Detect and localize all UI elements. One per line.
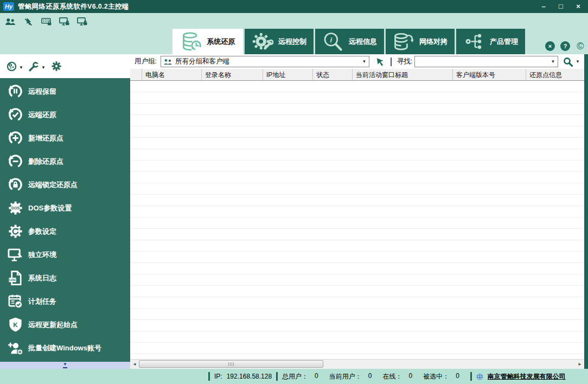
scroll-down-icon: ▼ <box>63 362 67 368</box>
sidebar-item-label: 远端还原 <box>28 110 56 120</box>
column-header-2[interactable]: 登录名称 <box>202 69 263 80</box>
sidebar-item-system-log[interactable]: LOG系统日志 <box>0 266 130 290</box>
minimize-button[interactable]: – <box>538 1 549 12</box>
gear-icon <box>51 61 62 72</box>
sidebar-item-batch-create-windows-accounts[interactable]: 批量创建Windows账号 <box>0 336 130 360</box>
search-options-caret-icon[interactable]: ▼ <box>576 59 580 64</box>
status-stat-0: 总用户：0 <box>282 372 318 381</box>
titlebar: Hy 管鲍网络还原系统软件V6.0.2主控端 –□× <box>0 0 588 13</box>
table-row <box>130 161 584 172</box>
tab-label: 系统还原 <box>207 37 235 47</box>
table-row <box>130 297 584 309</box>
table-row <box>130 206 584 217</box>
window-title: 管鲍网络还原系统软件V6.0.2主控端 <box>18 2 129 11</box>
column-header-5[interactable]: 当前活动窗口标题 <box>353 69 453 80</box>
task-calendar-icon <box>7 293 23 310</box>
monitor-lock-icon[interactable] <box>58 16 71 27</box>
sidebar-item-delete-restore-point[interactable]: 删除还原点 <box>0 150 130 173</box>
sidebar-item-label: 远程保留 <box>28 87 56 97</box>
dropdown-caret-icon[interactable]: ▼ <box>41 63 46 70</box>
table-row <box>130 331 584 343</box>
table-row <box>130 92 584 104</box>
column-header-6[interactable]: 客户端版本号 <box>453 69 526 80</box>
monitor-lock-alt-icon[interactable] <box>76 16 88 27</box>
group-label: 用户组: <box>135 57 157 66</box>
tab-remote-info[interactable]: i远程信息 <box>315 29 384 54</box>
tab-gear-wrench-icon <box>252 31 273 52</box>
scrollbar-thumb[interactable] <box>139 360 323 368</box>
svg-text:i: i <box>330 36 333 44</box>
close-button[interactable]: × <box>573 1 584 12</box>
keyboard-lock-icon[interactable] <box>40 16 53 27</box>
table-row <box>130 229 584 240</box>
column-header-1[interactable]: 电脑名 <box>142 69 202 80</box>
dropdown-arrow-icon[interactable]: ▼ <box>548 56 558 67</box>
sidebar-item-remote-update-origin[interactable]: K远程更新起始点 <box>0 313 130 336</box>
tools-button[interactable]: ▼ <box>29 61 46 72</box>
dropdown-caret-icon[interactable]: ▼ <box>19 63 23 70</box>
sidebar: ▼▼ 远程保留远端还原新增还原点删除还原点远端锁定还原点DOSDOS参数设置参数… <box>0 54 130 369</box>
table-row <box>130 240 584 252</box>
group-select[interactable]: 所有分组和客户端 ▼ <box>161 56 369 67</box>
sidebar-item-label: 批量创建Windows账号 <box>28 343 101 353</box>
table-row <box>130 81 584 92</box>
tab-label: 远程控制 <box>278 37 306 47</box>
sidebar-scroll-down[interactable]: ▼ <box>0 362 130 369</box>
tab-network-copy[interactable]: 网络对拷 <box>386 29 455 54</box>
column-header-0[interactable] <box>130 69 142 80</box>
cursor-blocked-icon[interactable] <box>22 16 35 27</box>
status-bar: IP: 192.168.58.128 总用户：0当前用户：0在线：0被选中：0 … <box>0 369 588 384</box>
locate-client-button[interactable] <box>375 57 385 66</box>
column-header-7[interactable]: 还原点信息 <box>526 69 584 80</box>
sidebar-item-label: 删除还原点 <box>28 157 63 167</box>
window-controls: –□× <box>538 1 584 12</box>
tab-product-manage[interactable]: 产品管理 <box>456 29 525 54</box>
table-row <box>130 354 584 359</box>
top-toolbar-zone: 系统还原远程控制i远程信息网络对拷产品管理 ×?© <box>0 13 588 54</box>
status-stat-1: 当前用户：0 <box>329 372 372 381</box>
table-header: 电脑名登录名称IP地址状态当前活动窗口标题客户端版本号还原点信息 <box>130 69 584 81</box>
sidebar-item-standalone-env[interactable]: 独立环境 <box>0 243 130 266</box>
help-button[interactable]: ? <box>560 41 570 51</box>
column-header-4[interactable]: 状态 <box>313 69 353 80</box>
sidebar-item-dos-params[interactable]: DOSDOS参数设置 <box>0 196 130 220</box>
company-link[interactable]: 南京管鲍科技发展有限公司 <box>488 372 566 381</box>
status-divider <box>208 372 210 381</box>
column-header-3[interactable]: IP地址 <box>263 69 313 80</box>
sidebar-item-remote-lock-restore-point[interactable]: 远端锁定还原点 <box>0 173 130 196</box>
status-divider <box>276 372 278 381</box>
close-tip-button[interactable]: × <box>545 41 555 51</box>
app-logo: Hy <box>3 2 14 11</box>
search-button[interactable]: ▼ <box>563 57 580 67</box>
scroll-right-arrow[interactable]: ► <box>576 360 584 368</box>
users-icon[interactable] <box>4 16 17 27</box>
tab-remote-control[interactable]: 远程控制 <box>245 29 314 54</box>
sidebar-item-scheduled-tasks[interactable]: 计划任务 <box>0 290 130 313</box>
maximize-button[interactable]: □ <box>555 1 566 12</box>
tab-system-restore[interactable]: 系统还原 <box>172 29 243 54</box>
sidebar-item-label: 远端锁定还原点 <box>28 180 78 190</box>
client-wheel-icon <box>7 61 17 72</box>
status-stats: 总用户：0当前用户：0在线：0被选中：0 <box>282 372 470 381</box>
sidebar-item-param-settings[interactable]: 参数设定 <box>0 220 130 243</box>
tab-strip: 系统还原远程控制i远程信息网络对拷产品管理 <box>172 29 525 54</box>
about-button[interactable]: © <box>576 41 585 51</box>
ring-plus-icon <box>7 130 23 146</box>
svg-text:DOS: DOS <box>11 206 20 210</box>
table-row <box>130 343 584 354</box>
dropdown-arrow-icon[interactable]: ▼ <box>360 56 369 67</box>
client-display-button[interactable]: ▼ <box>7 61 23 72</box>
horizontal-scrollbar[interactable]: ◄ ► <box>130 359 584 369</box>
scroll-left-arrow[interactable]: ◄ <box>130 360 139 368</box>
search-label: 寻找: <box>397 57 412 66</box>
settings-button[interactable] <box>51 61 62 72</box>
table-row <box>130 115 584 126</box>
sidebar-item-remote-reserve[interactable]: 远程保留 <box>0 80 130 103</box>
tab-db-copy-icon <box>393 31 414 52</box>
sidebar-item-add-restore-point[interactable]: 新增还原点 <box>0 126 130 150</box>
table-row <box>130 286 584 297</box>
table-body <box>130 81 584 359</box>
search-input[interactable]: ▼ <box>414 56 558 67</box>
sidebar-item-remote-restore[interactable]: 远端还原 <box>0 103 130 126</box>
status-divider <box>470 372 472 381</box>
